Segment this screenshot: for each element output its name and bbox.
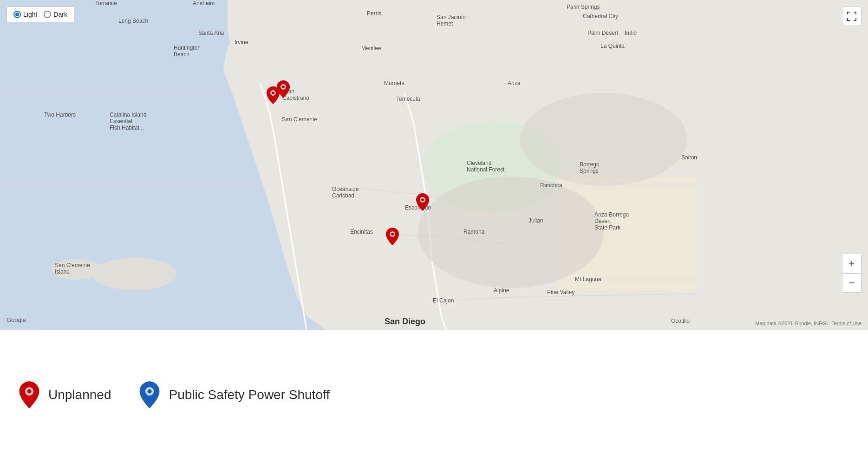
svg-point-4 [93, 258, 176, 290]
map-data-text: Map data ©2021 Google, INEGI [755, 321, 828, 326]
dark-radio[interactable] [44, 11, 51, 18]
svg-point-15 [520, 93, 687, 186]
map-pin-3[interactable] [416, 193, 429, 213]
light-radio[interactable] [13, 11, 21, 18]
terms-text[interactable]: Terms of Use [831, 321, 861, 326]
google-text: Google [7, 316, 26, 323]
legend-item-unplanned: Unplanned [19, 381, 111, 408]
legend-unplanned-label: Unplanned [48, 387, 111, 402]
map-controls: Light Dark [7, 7, 74, 22]
svg-point-17 [272, 92, 274, 94]
legend-psps-label: Public Safety Power Shutoff [169, 387, 330, 402]
map-svg [0, 0, 868, 330]
map-container: Torrance Anaheim Long Beach Santa Ana Ir… [0, 0, 868, 330]
map-pin-2[interactable] [277, 80, 290, 100]
legend: Unplanned Public Safety Power Shutoff [0, 330, 868, 459]
light-label: Light [23, 11, 37, 18]
svg-point-14 [418, 177, 604, 288]
google-attribution: Google [7, 316, 26, 323]
svg-point-5 [51, 259, 102, 280]
light-mode-option[interactable]: Light [13, 11, 37, 18]
map-data-attribution: Map data ©2021 Google, INEGI Terms of Us… [755, 321, 861, 326]
fullscreen-button[interactable] [842, 7, 861, 26]
svg-point-25 [27, 389, 31, 393]
fullscreen-icon [847, 11, 857, 21]
svg-point-23 [391, 233, 394, 236]
zoom-controls: + − [842, 254, 861, 293]
legend-blue-pin-icon [139, 381, 160, 408]
svg-point-27 [148, 389, 152, 393]
svg-point-21 [421, 198, 424, 201]
zoom-out-button[interactable]: − [842, 273, 861, 293]
legend-red-pin-icon [19, 381, 40, 408]
dark-label: Dark [53, 11, 67, 18]
dark-mode-option[interactable]: Dark [44, 11, 67, 18]
zoom-in-button[interactable]: + [842, 254, 861, 273]
legend-item-psps: Public Safety Power Shutoff [139, 381, 330, 408]
map-pin-4[interactable] [386, 228, 399, 247]
svg-point-19 [282, 85, 285, 88]
